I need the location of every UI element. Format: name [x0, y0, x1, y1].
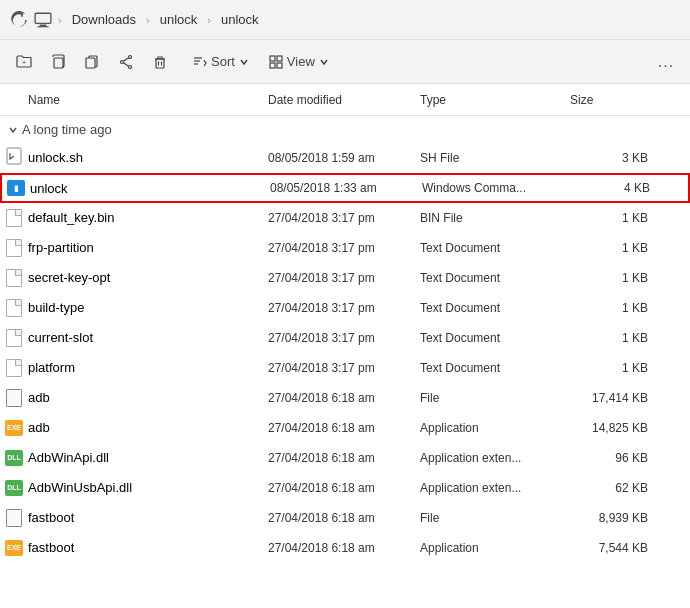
- sh-icon: [6, 147, 22, 168]
- file-type: Text Document: [420, 241, 570, 255]
- group-chevron-icon: [8, 125, 18, 135]
- svg-rect-0: [35, 13, 51, 23]
- col-header-type[interactable]: Type: [420, 93, 570, 107]
- generic-file-icon: [6, 299, 22, 317]
- breadcrumb-unlock2[interactable]: unlock: [217, 10, 263, 29]
- share-button[interactable]: [110, 46, 142, 78]
- file-name: unlock: [30, 181, 270, 196]
- file-date: 27/04/2018 3:17 pm: [268, 361, 420, 375]
- file-size: 1 KB: [570, 361, 660, 375]
- svg-rect-21: [7, 148, 21, 164]
- file-date: 27/04/2018 6:18 am: [268, 451, 420, 465]
- svg-point-7: [121, 60, 124, 63]
- table-row[interactable]: unlock.sh 08/05/2018 1:59 am SH File 3 K…: [0, 143, 690, 173]
- file-name: build-type: [28, 300, 268, 315]
- svg-rect-11: [156, 59, 164, 68]
- file-icon-cell: [0, 389, 28, 407]
- generic-file-icon: [6, 359, 22, 377]
- file-date: 27/04/2018 3:17 pm: [268, 241, 420, 255]
- table-row[interactable]: EXE adb 27/04/2018 6:18 am Application 1…: [0, 413, 690, 443]
- file-icon-cell: [0, 147, 28, 168]
- file-date: 27/04/2018 6:18 am: [268, 541, 420, 555]
- svg-rect-19: [270, 63, 275, 68]
- file-name: current-slot: [28, 330, 268, 345]
- table-row[interactable]: DLL AdbWinUsbApi.dll 27/04/2018 6:18 am …: [0, 473, 690, 503]
- svg-rect-20: [277, 63, 282, 68]
- file-type: File: [420, 511, 570, 525]
- more-button[interactable]: ...: [650, 46, 682, 78]
- group-header-longtime: A long time ago: [0, 116, 690, 143]
- file-type: File: [420, 391, 570, 405]
- file-name: default_key.bin: [28, 210, 268, 225]
- file-icon-cell: [0, 269, 28, 287]
- file-list-scroll[interactable]: A long time ago unlock.sh 08/05/2018 1:5…: [0, 116, 690, 608]
- file-type: Text Document: [420, 301, 570, 315]
- file-date: 27/04/2018 6:18 am: [268, 391, 420, 405]
- dll-icon: DLL: [5, 480, 23, 496]
- view-icon: [269, 55, 283, 69]
- table-row[interactable]: build-type 27/04/2018 3:17 pm Text Docum…: [0, 293, 690, 323]
- table-row[interactable]: current-slot 27/04/2018 3:17 pm Text Doc…: [0, 323, 690, 353]
- file-size: 1 KB: [570, 301, 660, 315]
- titlebar: › Downloads › unlock › unlock: [0, 0, 690, 40]
- file-size: 1 KB: [570, 331, 660, 345]
- table-row[interactable]: secret-key-opt 27/04/2018 3:17 pm Text D…: [0, 263, 690, 293]
- svg-rect-2: [37, 26, 48, 27]
- sort-label: Sort: [211, 54, 235, 69]
- file-type: Text Document: [420, 361, 570, 375]
- table-row[interactable]: ▮ unlock 08/05/2018 1:33 am Windows Comm…: [0, 173, 690, 203]
- sort-dropdown[interactable]: Sort: [184, 46, 258, 78]
- file-size: 1 KB: [570, 241, 660, 255]
- file-type: BIN File: [420, 211, 570, 225]
- svg-rect-18: [277, 56, 282, 61]
- file-name: adb: [28, 420, 268, 435]
- view-label: View: [287, 54, 315, 69]
- col-header-name[interactable]: Name: [0, 93, 268, 107]
- toolbar: +: [0, 40, 690, 84]
- file-date: 08/05/2018 1:59 am: [268, 151, 420, 165]
- table-row[interactable]: platform 27/04/2018 3:17 pm Text Documen…: [0, 353, 690, 383]
- file-name: AdbWinUsbApi.dll: [28, 480, 268, 495]
- file-icon-cell: [0, 299, 28, 317]
- copy-button[interactable]: [42, 46, 74, 78]
- breadcrumb-downloads[interactable]: Downloads: [68, 10, 140, 29]
- col-header-date[interactable]: Date modified: [268, 93, 420, 107]
- file-icon-cell: [0, 359, 28, 377]
- file-size: 4 KB: [572, 181, 662, 195]
- table-row[interactable]: frp-partition 27/04/2018 3:17 pm Text Do…: [0, 233, 690, 263]
- file-name: fastboot: [28, 510, 268, 525]
- file-size: 17,414 KB: [570, 391, 660, 405]
- file-icon-cell: [0, 209, 28, 227]
- file-date: 27/04/2018 6:18 am: [268, 481, 420, 495]
- col-header-size[interactable]: Size: [570, 93, 660, 107]
- file-name: secret-key-opt: [28, 270, 268, 285]
- table-row[interactable]: adb 27/04/2018 6:18 am File 17,414 KB: [0, 383, 690, 413]
- file-icon-cell: EXE: [0, 420, 28, 436]
- file-type: SH File: [420, 151, 570, 165]
- file-type: Application exten...: [420, 481, 570, 495]
- delete-button[interactable]: [144, 46, 176, 78]
- plain-file-icon: [6, 389, 22, 407]
- table-row[interactable]: DLL AdbWinApi.dll 27/04/2018 6:18 am App…: [0, 443, 690, 473]
- svg-line-9: [123, 57, 128, 61]
- refresh-button[interactable]: [10, 11, 28, 29]
- plain-file-icon: [6, 509, 22, 527]
- breadcrumb-unlock1[interactable]: unlock: [156, 10, 202, 29]
- file-icon-cell: DLL: [0, 480, 28, 496]
- table-row[interactable]: fastboot 27/04/2018 6:18 am File 8,939 K…: [0, 503, 690, 533]
- svg-line-10: [123, 62, 128, 66]
- svg-text:+: +: [22, 59, 26, 66]
- view-dropdown[interactable]: View: [260, 46, 338, 78]
- exe-icon: EXE: [5, 420, 23, 436]
- file-name: frp-partition: [28, 240, 268, 255]
- group-label: A long time ago: [22, 122, 112, 137]
- table-row[interactable]: default_key.bin 27/04/2018 3:17 pm BIN F…: [0, 203, 690, 233]
- paste-button[interactable]: [76, 46, 108, 78]
- file-name: adb: [28, 390, 268, 405]
- svg-point-6: [129, 55, 132, 58]
- file-date: 27/04/2018 6:18 am: [268, 511, 420, 525]
- table-row[interactable]: EXE fastboot 27/04/2018 6:18 am Applicat…: [0, 533, 690, 563]
- file-date: 27/04/2018 3:17 pm: [268, 271, 420, 285]
- file-icon-cell: EXE: [0, 540, 28, 556]
- new-folder-button[interactable]: +: [8, 46, 40, 78]
